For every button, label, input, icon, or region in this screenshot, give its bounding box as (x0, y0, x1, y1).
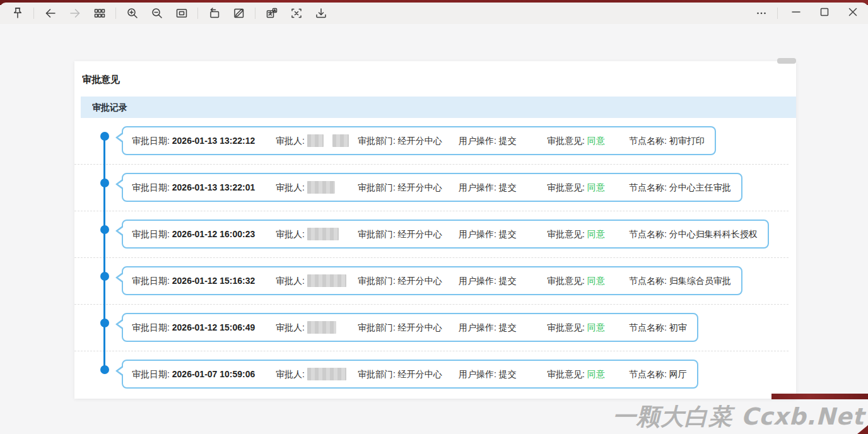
screenshot-button[interactable] (284, 4, 308, 23)
approver-mask-segment (307, 181, 335, 194)
approval-record-row: 审批日期: 2026-01-12 16:00:23审批人: 审批部门: 经开分中… (74, 211, 789, 258)
opinion-value: 同意 (587, 229, 605, 239)
node-label: 节点名称: (629, 229, 667, 239)
approver-mask-segment (307, 274, 346, 287)
operation-value: 提交 (499, 322, 517, 332)
approval-record-bubble: 审批日期: 2026-01-07 10:59:06审批人: 审批部门: 经开分中… (122, 360, 698, 389)
department-label: 审批部门: (358, 322, 396, 332)
approval-record-bubble: 审批日期: 2026-01-12 15:16:32审批人: 审批部门: 经开分中… (122, 266, 742, 295)
toolbar-separator (33, 8, 34, 19)
date-value: 2026-01-12 15:16:32 (172, 276, 255, 286)
thumbnails-button[interactable] (87, 4, 112, 23)
page-content: 审批意见 审批记录 审批日期: 2026-01-13 13:22:12审批人: … (0, 24, 868, 434)
date-label: 审批日期: (132, 229, 170, 239)
department-value: 经开分中心 (398, 229, 442, 239)
timeline-dot-icon (100, 319, 109, 327)
department-label: 审批部门: (358, 229, 396, 239)
edit-icon (232, 6, 246, 20)
approval-record-bubble: 审批日期: 2026-01-12 16:00:23审批人: 审批部门: 经开分中… (122, 220, 769, 249)
forward-button[interactable] (62, 4, 87, 23)
approver-label: 审批人: (276, 322, 305, 332)
date-label: 审批日期: (132, 182, 170, 192)
department-label: 审批部门: (358, 276, 396, 286)
opinion-label: 审批意见: (547, 369, 585, 379)
operation-label: 用户操作: (459, 229, 496, 239)
node-label: 节点名称: (629, 322, 667, 332)
approver-masked-value (307, 134, 349, 147)
approver-masked-value (307, 228, 339, 240)
translate-button[interactable] (259, 4, 284, 23)
approval-record-row: 审批日期: 2026-01-07 10:59:06审批人: 审批部门: 经开分中… (74, 351, 789, 397)
opinion-value: 同意 (587, 136, 605, 146)
department-value: 经开分中心 (398, 182, 442, 192)
pin-button[interactable] (5, 4, 30, 23)
node-label: 节点名称: (629, 369, 667, 379)
zoom-out-button[interactable] (144, 4, 169, 23)
opinion-value: 同意 (587, 276, 605, 286)
more-options-button[interactable] (749, 4, 773, 23)
date-value: 2026-01-13 13:22:12 (172, 136, 255, 146)
node-label: 节点名称: (629, 276, 667, 286)
approval-record-row: 审批日期: 2026-01-13 13:22:01审批人: 审批部门: 经开分中… (74, 165, 789, 211)
approval-record-row: 审批日期: 2026-01-13 13:22:12审批人: 审批部门: 经开分中… (74, 118, 789, 165)
minimize-button[interactable] (782, 4, 810, 23)
maximize-icon (818, 5, 831, 21)
page-title: 审批意见 (82, 74, 796, 86)
toolbar-left-group (0, 4, 333, 23)
scrollbar-thumb[interactable] (777, 58, 796, 64)
operation-label: 用户操作: (459, 136, 496, 146)
opinion-label: 审批意见: (547, 229, 585, 239)
date-label: 审批日期: (132, 369, 170, 379)
zoom-in-button[interactable] (120, 4, 144, 23)
back-button[interactable] (38, 4, 62, 23)
timeline-dot-icon (100, 132, 109, 141)
operation-label: 用户操作: (459, 182, 496, 192)
approver-mask-segment (307, 368, 346, 380)
department-label: 审批部门: (358, 182, 396, 192)
date-label: 审批日期: (132, 136, 170, 146)
rotate-button[interactable] (202, 4, 226, 23)
node-label: 节点名称: (629, 136, 667, 146)
translate-icon (265, 6, 279, 20)
toolbar-separator (255, 8, 255, 19)
approver-mask-segment (332, 134, 349, 147)
node-value: 网厅 (669, 369, 687, 379)
window-toolbar (0, 3, 868, 24)
edit-button[interactable] (226, 4, 251, 23)
minimize-icon (789, 5, 803, 21)
more-options-icon (754, 6, 768, 20)
timeline-connector-line (103, 136, 105, 367)
approver-mask-segment (307, 134, 324, 147)
maximize-button[interactable] (810, 4, 838, 23)
timeline-dot-icon (100, 365, 109, 374)
close-button[interactable] (838, 4, 867, 23)
date-label: 审批日期: (132, 322, 170, 332)
pin-icon (11, 6, 25, 20)
node-value: 分中心主任审批 (669, 182, 731, 192)
background-artifact-band (771, 394, 868, 399)
fit-window-button[interactable] (169, 4, 194, 23)
save-button[interactable] (308, 4, 333, 23)
approver-mask-segment (307, 228, 339, 240)
department-value: 经开分中心 (398, 136, 442, 146)
timeline-dot-icon (100, 272, 109, 281)
opinion-label: 审批意见: (547, 322, 585, 332)
approval-record-row: 审批日期: 2026-01-12 15:16:32审批人: 审批部门: 经开分中… (74, 258, 789, 305)
zoom-in-icon (126, 6, 139, 20)
zoom-out-icon (150, 6, 164, 20)
date-label: 审批日期: (132, 276, 170, 286)
back-icon (44, 6, 57, 20)
node-value: 初审打印 (669, 136, 705, 146)
operation-label: 用户操作: (459, 369, 496, 379)
operation-label: 用户操作: (459, 276, 496, 286)
approver-label: 审批人: (276, 182, 305, 192)
approval-record-row: 审批日期: 2026-01-12 15:06:49审批人: 审批部门: 经开分中… (74, 305, 789, 351)
timeline-dot-icon (100, 225, 109, 234)
approver-label: 审批人: (276, 276, 305, 286)
node-label: 节点名称: (629, 182, 667, 192)
approval-record-bubble: 审批日期: 2026-01-12 15:06:49审批人: 审批部门: 经开分中… (122, 313, 698, 342)
toolbar-separator (115, 8, 116, 19)
opinion-label: 审批意见: (547, 136, 585, 146)
opinion-value: 同意 (587, 369, 605, 379)
node-value: 初审 (669, 322, 687, 332)
